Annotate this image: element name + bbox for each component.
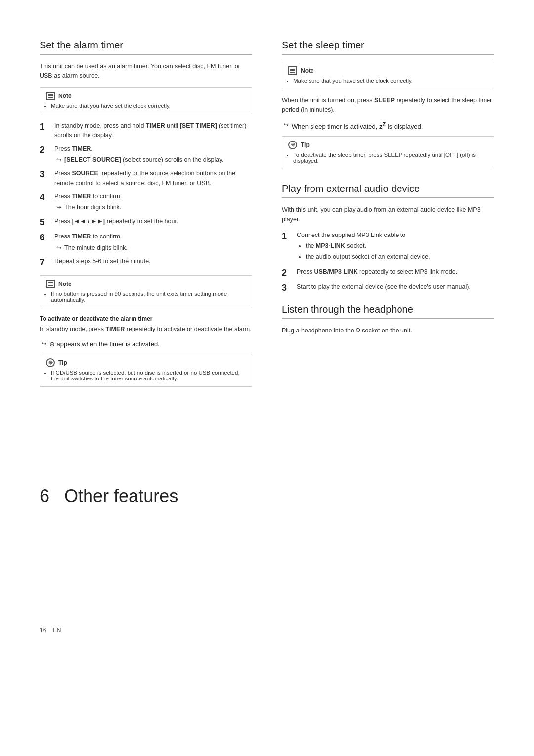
- external-section-title: Play from external audio device: [282, 183, 494, 198]
- alarm-note1-item: Make sure that you have set the clock co…: [51, 103, 246, 109]
- chapter-heading: 6 Other features: [40, 486, 494, 613]
- alarm-step-2: 2 Press TIMER. ↪ [SELECT SOURCE] (select…: [40, 144, 252, 165]
- headphone-body: Plug a headphone into the Ω socket on th…: [282, 326, 494, 335]
- alarm-steps: 1 In standby mode, press and hold TIMER …: [40, 121, 252, 269]
- external-step-1: 1 Connect the supplied MP3 Link cable to…: [282, 231, 494, 263]
- sleep-tip: Tip To deactivate the sleep timer, press…: [282, 136, 494, 169]
- external-step-2: 2 Press USB/MP3 LINK repeatedly to selec…: [282, 267, 494, 279]
- alarm-tip-list: If CD/USB source is selected, but no dis…: [51, 370, 246, 381]
- external-step-3: 3 Start to play the external device (see…: [282, 283, 494, 294]
- alarm-note2-list: If no button is pressed in 90 seconds, t…: [51, 291, 246, 303]
- right-column: Set the sleep timer Note Make sure that …: [282, 40, 494, 486]
- sleep-body1: When the unit is turned on, press SLEEP …: [282, 96, 494, 115]
- alarm-step-4: 4 Press TIMER to confirm. ↪ The hour dig…: [40, 192, 252, 213]
- alarm-section-title: Set the alarm timer: [40, 40, 252, 55]
- sleep-sub: ↪ When sleep timer is activated, zZ is d…: [284, 121, 494, 130]
- alarm-step-3: 3 Press SOURCE repeatedly or the source …: [40, 169, 252, 188]
- alarm-note1-list: Make sure that you have set the clock co…: [51, 103, 246, 109]
- alarm-step-1: 1 In standby mode, press and hold TIMER …: [40, 121, 252, 141]
- sleep-tip-label: Tip: [301, 142, 310, 148]
- alarm-note1: Note Make sure that you have set the clo…: [40, 87, 252, 114]
- activate-body: In standby mode, press TIMER repeatedly …: [40, 325, 252, 334]
- alarm-step-7: 7 Repeat steps 5-6 to set the minute.: [40, 257, 252, 268]
- left-column: Set the alarm timer This unit can be use…: [40, 40, 252, 486]
- alarm-tip-item: If CD/USB source is selected, but no dis…: [51, 370, 246, 381]
- alarm-note2-item: If no button is pressed in 90 seconds, t…: [51, 291, 246, 303]
- external-step-1-sub-1: the MP3-LINK socket.: [306, 241, 494, 251]
- alarm-step-5: 5 Press |◄◄ / ►►| repeatedly to set the …: [40, 217, 252, 228]
- sleep-note: Note Make sure that you have set the clo…: [282, 62, 494, 89]
- note-icon-3: [288, 66, 297, 75]
- activate-title: To activate or deactivate the alarm time…: [40, 315, 252, 322]
- sleep-section-title: Set the sleep timer: [282, 40, 494, 55]
- note-icon-1: [46, 92, 55, 100]
- page-number: 16: [40, 627, 46, 634]
- sleep-tip-list: To deactivate the sleep timer, press SLE…: [293, 152, 488, 164]
- chapter-number: 6: [40, 486, 49, 506]
- sleep-note-label: Note: [301, 67, 314, 74]
- external-steps: 1 Connect the supplied MP3 Link cable to…: [282, 231, 494, 294]
- note-icon-2: [46, 280, 55, 288]
- alarm-step-6: 6 Press TIMER to confirm. ↪ The minute d…: [40, 232, 252, 253]
- headphone-section-title: Listen through the headphone: [282, 304, 494, 319]
- alarm-tip-label: Tip: [58, 359, 67, 366]
- page-lang: EN: [53, 627, 61, 634]
- alarm-tip: Tip If CD/USB source is selected, but no…: [40, 354, 252, 387]
- page-footer: 16 EN: [40, 627, 494, 726]
- external-step-1-sub-2: the audio output socket of an external d…: [306, 252, 494, 262]
- tip-icon-2: [288, 141, 297, 149]
- tip-icon-1: [46, 358, 55, 367]
- sleep-note-list: Make sure that you have set the clock co…: [293, 78, 488, 84]
- alarm-note2: Note If no button is pressed in 90 secon…: [40, 275, 252, 308]
- external-step-1-subs: the MP3-LINK socket. the audio output so…: [306, 241, 494, 262]
- alarm-intro: This unit can be used as an alarm timer.…: [40, 62, 252, 81]
- activate-sub: ↪ ⊕ appears when the timer is activated.: [42, 340, 252, 348]
- alarm-note1-label: Note: [58, 93, 72, 99]
- external-body: With this unit, you can play audio from …: [282, 205, 494, 225]
- chapter-title: Other features: [64, 486, 178, 506]
- alarm-note2-label: Note: [58, 281, 72, 287]
- sleep-note-item: Make sure that you have set the clock co…: [293, 78, 488, 84]
- sleep-tip-item: To deactivate the sleep timer, press SLE…: [293, 152, 488, 164]
